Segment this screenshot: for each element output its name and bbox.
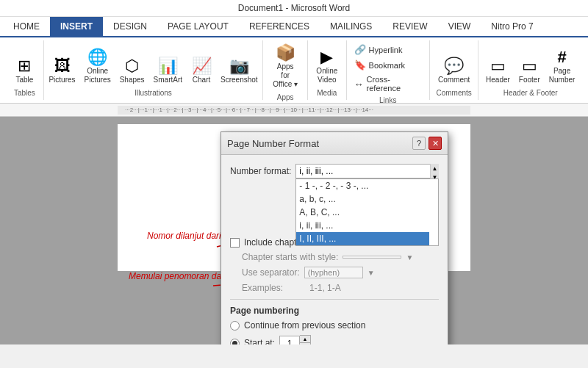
dialog-body: Number format: i, ii, iii, ... ▼ - 1 -, … xyxy=(221,155,448,344)
comment-button[interactable]: 💬 Comment xyxy=(435,57,473,86)
tab-references[interactable]: REFERENCES xyxy=(239,17,320,36)
pictures-label: Pictures xyxy=(49,76,75,84)
bookmark-button[interactable]: 🔖 Bookmark xyxy=(353,59,407,71)
tab-home[interactable]: HOME xyxy=(3,17,50,36)
screenshot-label: Screenshot xyxy=(220,76,258,84)
continue-label: Continue from previous section xyxy=(244,320,365,331)
ruler: ···2···|···1···|···1···|···2···|···3···|… xyxy=(0,104,588,117)
shapes-label: Shapes xyxy=(120,76,145,84)
dialog-titlebar: Page Number Format ? ✕ xyxy=(221,132,448,155)
dropdown-scrollbar[interactable]: ▲ ▼ xyxy=(430,164,439,178)
ribbon-tabs: HOME INSERT DESIGN PAGE LAYOUT REFERENCE… xyxy=(0,17,588,37)
number-format-row: Number format: i, ii, iii, ... ▼ - 1 -, … xyxy=(230,164,439,178)
tab-review[interactable]: REVIEW xyxy=(382,17,437,36)
continue-radio[interactable] xyxy=(230,321,240,331)
footer-label: Footer xyxy=(519,76,540,84)
page-number-format-dialog: Page Number Format ? ✕ Number format: i,… xyxy=(220,131,448,344)
screenshot-button[interactable]: 📷 Screenshot xyxy=(218,57,261,86)
start-at-radio[interactable] xyxy=(230,339,240,345)
chart-icon: 📈 xyxy=(192,58,212,74)
ribbon-group-links: 🔗 Hyperlink 🔖 Bookmark ↔ Cross-reference… xyxy=(347,40,430,100)
shapes-icon: ⬡ xyxy=(125,58,139,74)
ribbon-group-tables: ⊞ Table Tables xyxy=(6,40,44,100)
chapter-starts-label: Chapter starts with style: xyxy=(242,252,338,262)
comment-icon: 💬 xyxy=(444,58,464,74)
number-format-dropdown: - 1 -, - 2 -, - 3 -, ... a, b, c, ... A,… xyxy=(295,178,439,246)
dropdown-item-dash[interactable]: - 1 -, - 2 -, - 3 -, ... xyxy=(296,179,429,192)
screenshot-icon: 📷 xyxy=(229,58,249,74)
page-number-label: PageNumber xyxy=(549,67,576,84)
dropdown-item-roman-upper[interactable]: I, II, III, ... xyxy=(296,232,429,245)
examples-label: Examples: xyxy=(242,283,283,293)
media-group-label: Media xyxy=(317,89,337,97)
header-icon: ▭ xyxy=(490,58,506,74)
start-at-input[interactable] xyxy=(279,336,300,344)
smartart-button[interactable]: 📊 SmartArt xyxy=(151,57,185,86)
apps-office-label: Apps forOffice ▾ xyxy=(272,62,298,89)
spinner-down-button[interactable]: ▼ xyxy=(300,343,310,344)
title-text: Document1 - Microsoft Word xyxy=(238,3,351,13)
apps-office-icon: 📦 xyxy=(276,45,295,61)
links-group-label: Links xyxy=(379,96,396,104)
cross-reference-button[interactable]: ↔ Cross-reference xyxy=(353,74,423,93)
dropdown-scroll-up[interactable]: ▲ xyxy=(431,164,439,173)
dropdown-item-abc-lower[interactable]: a, b, c, ... xyxy=(296,192,429,206)
page-number-icon: # xyxy=(557,49,566,65)
document-area: Nomor dilanjut dari halaman sebelumnya M… xyxy=(0,117,588,344)
page-numbering-label: Page numbering xyxy=(230,306,439,316)
cross-ref-icon: ↔ xyxy=(354,79,364,90)
tab-page-layout[interactable]: PAGE LAYOUT xyxy=(157,17,239,36)
use-separator-select[interactable]: (hyphen) xyxy=(304,267,363,278)
ruler-inner: ···2···|···1···|···1···|···2···|···3···|… xyxy=(118,106,470,115)
number-format-label: Number format: xyxy=(230,166,291,176)
hyperlink-button[interactable]: 🔗 Hyperlink xyxy=(353,43,404,56)
tab-view[interactable]: VIEW xyxy=(438,17,481,36)
number-format-select-wrapper: i, ii, iii, ... ▼ - 1 -, - 2 -, - 3 -, .… xyxy=(295,164,439,178)
smartart-label: SmartArt xyxy=(154,76,182,84)
page-number-button[interactable]: # PageNumber xyxy=(546,48,578,86)
tab-nitro[interactable]: Nitro Pro 7 xyxy=(481,17,543,36)
ribbon-group-media: ▶ OnlineVideo Media xyxy=(308,40,347,100)
header-footer-group-label: Header & Footer xyxy=(503,89,558,97)
pictures-button[interactable]: 🖼 Pictures xyxy=(46,57,78,86)
online-video-button[interactable]: ▶ OnlineVideo xyxy=(313,48,340,86)
use-separator-row: Use separator: (hyphen) ▼ xyxy=(242,267,439,278)
ribbon-group-apps: 📦 Apps forOffice ▾ Apps xyxy=(263,40,308,100)
examples-row: Examples: 1-1, 1-A xyxy=(242,283,439,293)
pictures-icon: 🖼 xyxy=(54,58,71,74)
apps-office-button[interactable]: 📦 Apps forOffice ▾ xyxy=(269,43,301,90)
ribbon: ⊞ Table Tables 🖼 Pictures 🌐 OnlinePictur… xyxy=(0,37,588,104)
spinner-up-button[interactable]: ▲ xyxy=(300,336,310,343)
tables-group-label: Tables xyxy=(14,89,35,97)
start-at-label: Start at: xyxy=(244,338,275,344)
dialog-help-button[interactable]: ? xyxy=(412,137,426,150)
chapter-starts-select[interactable] xyxy=(343,256,401,259)
cross-ref-label: Cross-reference xyxy=(367,75,422,93)
online-video-label: OnlineVideo xyxy=(316,67,337,84)
chapter-starts-row: Chapter starts with style: ▼ xyxy=(242,252,439,262)
include-chapter-checkbox[interactable] xyxy=(230,238,240,248)
dropdown-item-roman-lower[interactable]: i, ii, iii, ... xyxy=(296,219,429,232)
tab-insert[interactable]: INSERT xyxy=(50,17,103,36)
illustrations-group-label: Illustrations xyxy=(135,89,172,97)
hyperlink-label: Hyperlink xyxy=(369,46,403,54)
smartart-icon: 📊 xyxy=(158,58,178,74)
tab-mailings[interactable]: MAILINGS xyxy=(320,17,382,36)
shapes-button[interactable]: ⬡ Shapes xyxy=(117,57,148,86)
bookmark-label: Bookmark xyxy=(369,61,406,70)
dialog-close-button[interactable]: ✕ xyxy=(429,137,442,150)
footer-button[interactable]: ▭ Footer xyxy=(516,57,543,86)
ribbon-group-comments: 💬 Comment Comments xyxy=(430,40,479,100)
chart-button[interactable]: 📈 Chart xyxy=(188,57,215,86)
header-button[interactable]: ▭ Header xyxy=(483,57,513,86)
table-button[interactable]: ⊞ Table xyxy=(11,57,37,86)
ribbon-group-illustrations: 🖼 Pictures 🌐 OnlinePictures ⬡ Shapes 📊 S… xyxy=(44,40,264,100)
dropdown-item-abc-upper[interactable]: A, B, C, ... xyxy=(296,206,429,219)
number-format-select[interactable]: i, ii, iii, ... xyxy=(295,164,439,178)
comment-label: Comment xyxy=(438,76,470,84)
start-at-row: Start at: ▲ ▼ xyxy=(230,335,439,344)
bookmark-icon: 🔖 xyxy=(354,59,366,71)
footer-icon: ▭ xyxy=(522,58,537,74)
tab-design[interactable]: DESIGN xyxy=(103,17,157,36)
online-pictures-button[interactable]: 🌐 OnlinePictures xyxy=(82,48,114,86)
